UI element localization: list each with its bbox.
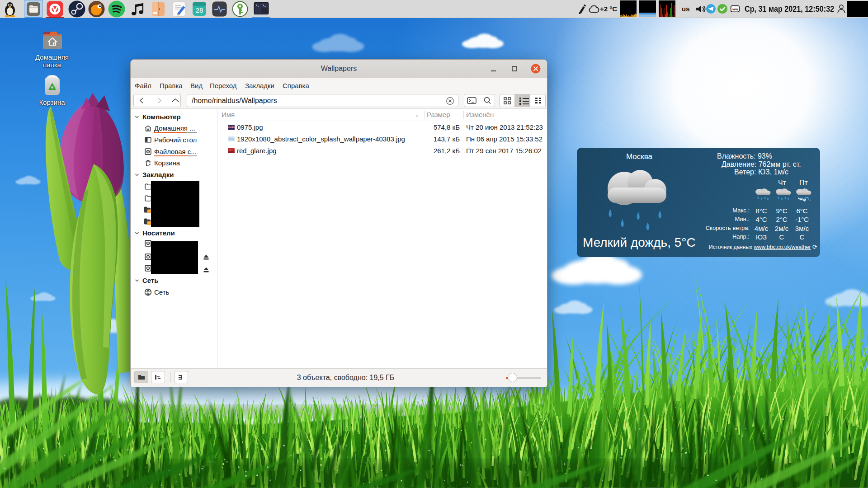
svg-text:VPN: VPN (732, 8, 738, 11)
svg-text:!: ! (149, 209, 150, 213)
svg-text:28: 28 (196, 6, 203, 14)
svg-text:!: ! (149, 221, 150, 225)
